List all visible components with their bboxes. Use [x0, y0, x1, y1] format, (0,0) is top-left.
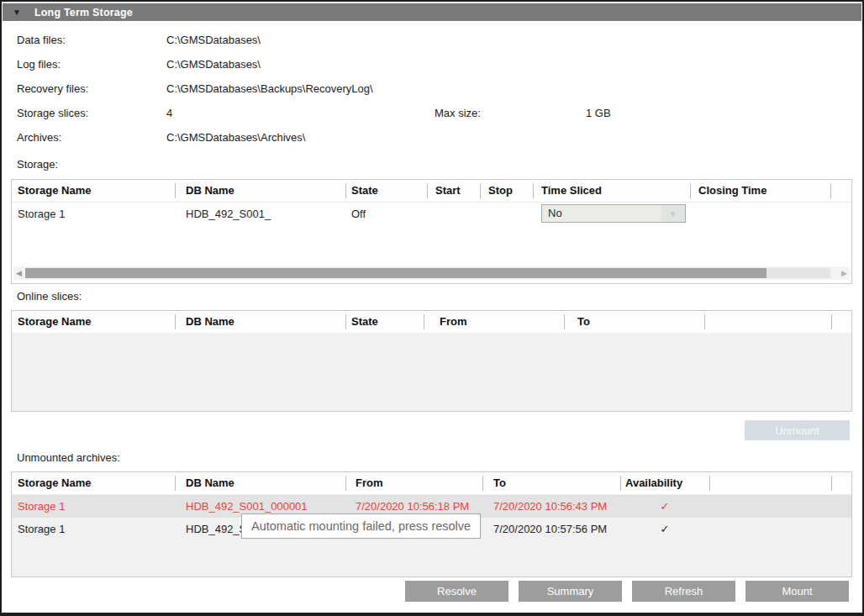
- recovery-files-label: Recovery files:: [17, 81, 166, 97]
- col-header-time-sliced[interactable]: Time Sliced: [541, 184, 602, 197]
- log-files-label: Log files:: [17, 56, 166, 73]
- scrollbar-thumb[interactable]: [25, 268, 767, 278]
- summary-button[interactable]: Summary: [519, 581, 622, 602]
- col-header-storage-name[interactable]: Storage Name: [18, 184, 91, 197]
- availability-check-icon: ✓: [620, 500, 709, 513]
- column-divider: [709, 476, 710, 491]
- column-divider: [831, 314, 832, 329]
- online-slices-label: Online slices:: [17, 288, 82, 305]
- column-divider: [830, 183, 831, 198]
- section-header[interactable]: ▼ Long Term Storage: [3, 3, 861, 21]
- window-bottom-border: [0, 613, 864, 616]
- storage-table-header: Storage Name DB Name State Start Stop Ti…: [12, 180, 851, 203]
- online-slices-header: Storage Name DB Name State From To: [12, 311, 851, 334]
- chevron-down-icon[interactable]: ▼: [661, 205, 685, 222]
- max-size-value: 1 GB: [586, 105, 611, 122]
- storage-slices-value: 4: [166, 107, 172, 119]
- unmount-button[interactable]: Unmount: [745, 420, 850, 440]
- col-header-storage-name[interactable]: Storage Name: [18, 476, 91, 489]
- storage-name-cell: Storage 1: [18, 208, 65, 220]
- online-slices-table: Storage Name DB Name State From To: [11, 310, 852, 412]
- time-sliced-selected-value: No: [542, 205, 661, 222]
- long-term-storage-panel: ▼ Long Term Storage Data files:C:\GMSDat…: [0, 0, 864, 616]
- db-name-cell: HDB_492_S: [186, 523, 246, 535]
- column-divider: [690, 183, 691, 198]
- db-name-cell: HDB_492_S001_: [186, 208, 271, 220]
- column-divider: [564, 314, 565, 329]
- col-header-from[interactable]: From: [356, 476, 383, 489]
- column-divider: [345, 183, 346, 198]
- to-cell: 7/20/2020 10:57:56 PM: [493, 523, 607, 535]
- data-files-label: Data files:: [17, 32, 166, 49]
- data-files-value: C:\GMSDatabases\: [166, 34, 261, 46]
- scrollbar-track[interactable]: [767, 268, 830, 278]
- storage-table: Storage Name DB Name State Start Stop Ti…: [11, 179, 852, 284]
- column-divider: [175, 183, 176, 198]
- column-divider: [427, 183, 428, 198]
- resolve-button[interactable]: Resolve: [405, 581, 508, 602]
- col-header-db-name[interactable]: DB Name: [186, 184, 234, 197]
- col-header-availability[interactable]: Availability: [625, 476, 682, 489]
- info-row-storage-slices: Storage slices:4 Max size: 1 GB: [17, 105, 849, 122]
- unmounted-archives-label: Unmounted archives:: [17, 450, 120, 466]
- col-header-closing-time[interactable]: Closing Time: [698, 184, 767, 197]
- refresh-button[interactable]: Refresh: [632, 581, 735, 602]
- log-files-value: C:\GMSDatabases\: [166, 58, 261, 71]
- archives-value: C:\GMSDatabases\Archives\: [166, 131, 305, 144]
- col-header-to[interactable]: To: [577, 315, 590, 328]
- col-header-storage-name[interactable]: Storage Name: [18, 315, 91, 328]
- info-row-log-files: Log files:C:\GMSDatabases\: [17, 56, 849, 73]
- column-divider: [704, 314, 705, 329]
- column-divider: [533, 183, 534, 198]
- col-header-state[interactable]: State: [351, 184, 378, 197]
- col-header-to[interactable]: To: [493, 476, 506, 489]
- storage-section-label: Storage:: [17, 156, 58, 173]
- col-header-start[interactable]: Start: [435, 184, 461, 197]
- storage-name-cell: Storage 1: [18, 500, 65, 513]
- recovery-files-value: C:\GMSDatabases\Backups\RecoveryLog\: [166, 82, 373, 95]
- time-sliced-dropdown[interactable]: No ▼: [541, 204, 686, 223]
- info-row-archives: Archives:C:\GMSDatabases\Archives\: [17, 129, 849, 146]
- mount-button[interactable]: Mount: [745, 581, 849, 602]
- column-divider: [345, 476, 346, 491]
- tooltip: Automatic mounting failed, press resolve: [241, 513, 481, 539]
- info-row-data-files: Data files:C:\GMSDatabases\: [17, 32, 849, 49]
- scroll-left-icon[interactable]: ◀: [16, 269, 22, 277]
- storage-slices-label: Storage slices:: [17, 105, 166, 122]
- col-header-db-name[interactable]: DB Name: [186, 476, 234, 489]
- column-divider: [831, 476, 832, 491]
- from-cell: 7/20/2020 10:56:18 PM: [356, 500, 469, 513]
- horizontal-scrollbar[interactable]: ◀ ▶: [13, 266, 850, 280]
- state-cell: Off: [351, 208, 366, 220]
- storage-table-row[interactable]: Storage 1 HDB_492_S001_ Off: [12, 203, 851, 226]
- collapse-icon[interactable]: ▼: [13, 8, 21, 17]
- online-slices-empty-area: [12, 333, 851, 411]
- column-divider: [175, 476, 176, 491]
- column-divider: [424, 314, 424, 329]
- col-header-db-name[interactable]: DB Name: [186, 315, 234, 328]
- col-header-stop[interactable]: Stop: [488, 184, 513, 197]
- max-size-label: Max size:: [435, 105, 481, 122]
- availability-check-icon: ✓: [620, 523, 709, 535]
- column-divider: [175, 314, 176, 329]
- column-divider: [482, 476, 483, 491]
- unmounted-archives-header: Storage Name DB Name From To Availabilit…: [12, 472, 851, 495]
- info-row-recovery-files: Recovery files:C:\GMSDatabases\Backups\R…: [17, 81, 849, 97]
- column-divider: [620, 476, 621, 491]
- to-cell: 7/20/2020 10:56:43 PM: [493, 500, 607, 513]
- section-title: Long Term Storage: [34, 7, 133, 18]
- scroll-right-icon[interactable]: ▶: [841, 269, 847, 277]
- storage-name-cell: Storage 1: [18, 523, 65, 535]
- col-header-from[interactable]: From: [440, 315, 467, 328]
- col-header-state[interactable]: State: [351, 315, 378, 328]
- column-divider: [480, 183, 481, 198]
- db-name-cell: HDB_492_S001_000001: [186, 500, 308, 513]
- archives-label: Archives:: [17, 129, 166, 146]
- column-divider: [345, 314, 346, 329]
